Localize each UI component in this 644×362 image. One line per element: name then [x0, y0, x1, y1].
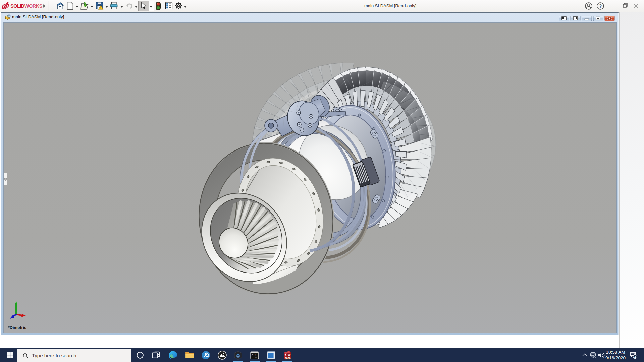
svg-text:2: 2 — [634, 355, 636, 358]
svg-text:W: W — [288, 352, 291, 356]
svg-text:SOLIDWORKS: SOLIDWORKS — [10, 3, 43, 9]
svg-text:?: ? — [599, 3, 602, 9]
svg-text:C:\: C:\ — [252, 353, 257, 356]
svg-text:2020: 2020 — [285, 356, 291, 359]
